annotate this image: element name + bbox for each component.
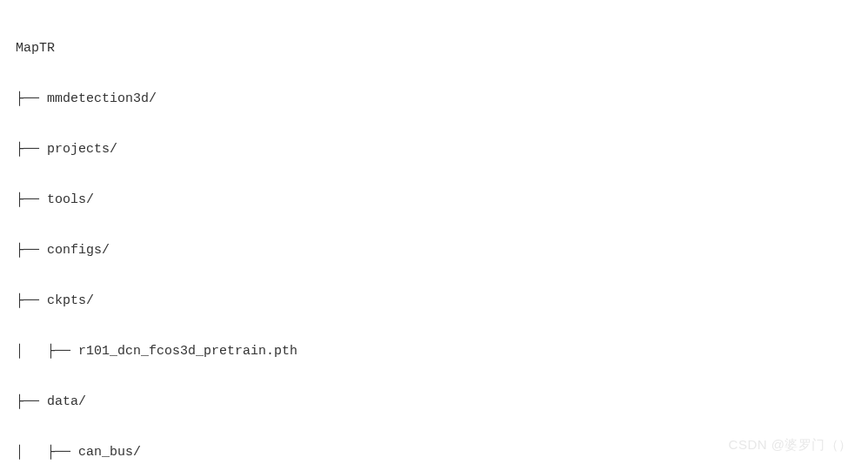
directory-tree: MapTR ├── mmdetection3d/ ├── projects/ ├… [16, 10, 852, 464]
tree-line: ├── ckpts/ [16, 288, 852, 313]
tree-line: │ ├── can_bus/ [16, 440, 852, 464]
tree-root: MapTR [16, 36, 852, 61]
tree-line: ├── projects/ [16, 137, 852, 162]
tree-line: │ ├── r101_dcn_fcos3d_pretrain.pth [16, 339, 852, 364]
tree-line: ├── tools/ [16, 187, 852, 212]
tree-line: ├── configs/ [16, 238, 852, 263]
tree-line: ├── mmdetection3d/ [16, 86, 852, 111]
tree-line: ├── data/ [16, 389, 852, 414]
